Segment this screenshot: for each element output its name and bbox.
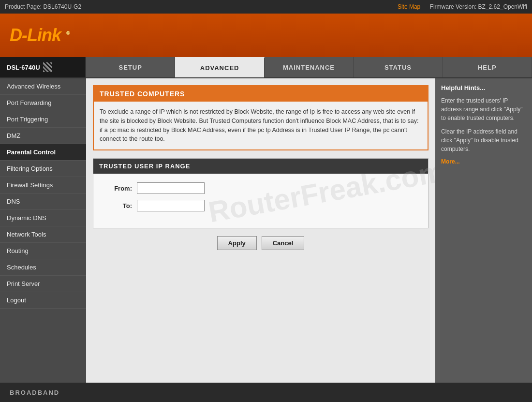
from-label: From: [103, 185, 132, 192]
sidebar-item-dmz[interactable]: DMZ [0, 128, 86, 144]
model-name: DSL-6740U [7, 64, 40, 71]
help-title: Helpful Hints... [441, 84, 526, 91]
nav-tabs: DSL-6740U SETUP ADVANCED MAINTENANCE STA… [0, 57, 532, 78]
to-input[interactable] [137, 200, 205, 211]
sidebar-item-port-forwarding[interactable]: Port Forwarding [0, 95, 86, 111]
button-row: Apply Cancel [93, 236, 429, 250]
tab-advanced[interactable]: ADVANCED [175, 57, 264, 77]
ip-range-content: From: To: [93, 174, 428, 228]
to-label: To: [103, 202, 132, 209]
help-hint1: Enter the trusted users' IP address rang… [441, 96, 526, 122]
sidebar-item-schedules[interactable]: Schedules [0, 259, 86, 276]
firmware-label: Firmware Version: BZ_2.62_OpenWifi [430, 3, 527, 10]
sidebar: Advanced Wireless Port Forwarding Port T… [0, 78, 86, 383]
help-hint2: Clear the IP address field and click "Ap… [441, 127, 526, 153]
sidebar-item-logout[interactable]: Logout [0, 292, 86, 309]
product-label: Product Page: DSL6740U-G2 [5, 3, 81, 10]
sidebar-item-advanced-wireless[interactable]: Advanced Wireless [0, 78, 86, 95]
sidebar-item-port-triggering[interactable]: Port Triggering [0, 111, 86, 128]
sidebar-item-network-tools[interactable]: Network Tools [0, 226, 86, 243]
trusted-computers-section: TRUSTED COMPUTERS To exclude a range of … [93, 85, 429, 150]
apply-button[interactable]: Apply [217, 236, 257, 250]
from-row: From: [103, 182, 418, 194]
ip-range-header: TRUSTED USER IP RANGE [93, 159, 428, 174]
header: D-Link ® [0, 14, 532, 57]
logo-text: D-Link [10, 25, 61, 45]
sidebar-item-routing[interactable]: Routing [0, 243, 86, 259]
bottom-label: BROADBAND [10, 389, 59, 396]
sidebar-item-dynamic-dns[interactable]: Dynamic DNS [0, 210, 86, 226]
tab-help[interactable]: HELP [443, 57, 532, 77]
model-stripes [43, 62, 52, 72]
tab-status[interactable]: STATUS [354, 57, 443, 77]
to-row: To: [103, 200, 418, 211]
sitemap-link[interactable]: Site Map [398, 3, 420, 10]
top-bar: Product Page: DSL6740U-G2 Site Map Firmw… [0, 0, 532, 14]
sidebar-item-filtering-options[interactable]: Filtering Options [0, 161, 86, 177]
bottom-bar: BROADBAND [0, 383, 532, 402]
tab-maintenance[interactable]: MAINTENANCE [265, 57, 354, 77]
sidebar-item-dns[interactable]: DNS [0, 194, 86, 210]
logo-tm: ® [66, 30, 69, 36]
more-link[interactable]: More... [441, 158, 460, 165]
help-panel: Helpful Hints... Enter the trusted users… [435, 78, 532, 383]
tab-setup[interactable]: SETUP [86, 57, 175, 77]
sidebar-item-print-server[interactable]: Print Server [0, 276, 86, 292]
logo: D-Link ® [10, 25, 69, 45]
from-input[interactable] [137, 182, 205, 194]
main-layout: Advanced Wireless Port Forwarding Port T… [0, 78, 532, 383]
trusted-computers-header: TRUSTED COMPUTERS [94, 86, 428, 102]
right-info: Site Map Firmware Version: BZ_2.62_OpenW… [398, 3, 527, 10]
sidebar-item-firewall-settings[interactable]: Firewall Settings [0, 177, 86, 194]
cancel-button[interactable]: Cancel [262, 236, 305, 250]
model-badge: DSL-6740U [0, 57, 86, 77]
ip-range-section: TRUSTED USER IP RANGE From: To: [93, 158, 429, 228]
trusted-computers-description: To exclude a range of IP which is not re… [94, 102, 428, 149]
content-area: RouterFreak.com TRUSTED COMPUTERS To exc… [86, 78, 435, 383]
sidebar-item-parental-control[interactable]: Parental Control [0, 144, 86, 161]
